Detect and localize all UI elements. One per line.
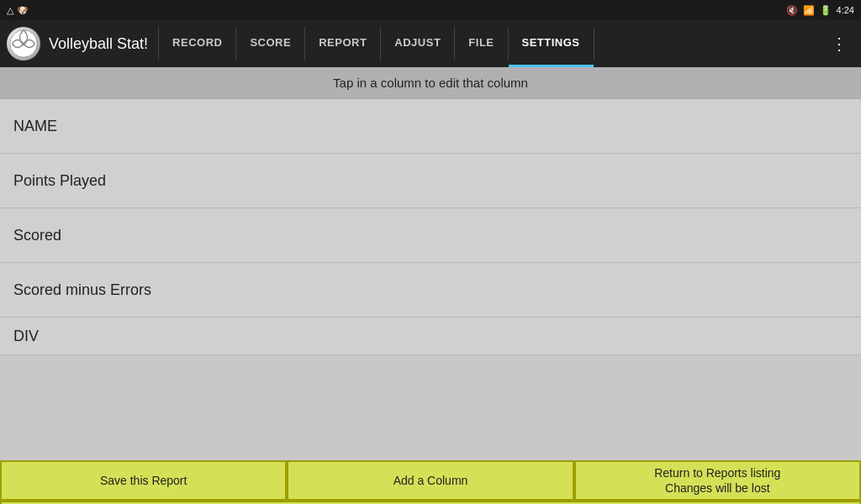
column-item-scored-minus-errors[interactable]: Scored minus Errors [0,263,861,318]
time-display: 4:24 [837,5,854,15]
column-item-div[interactable]: DIV [0,318,861,355]
mute-icon: 🔇 [786,5,798,16]
tab-adjust[interactable]: ADJUST [381,20,454,67]
return-reports-button[interactable]: Return to Reports listing Changes will b… [574,460,861,501]
app-logo [7,27,40,60]
main-content: Tap in a column to edit that column NAME… [0,67,861,460]
notification-icon: △ [7,5,13,16]
instruction-banner: Tap in a column to edit that column [0,67,861,99]
tab-file[interactable]: FILE [455,20,507,67]
status-right-icons: 🔇 📶 🔋 4:24 [786,5,854,16]
column-item-name[interactable]: NAME [0,99,861,154]
tab-report[interactable]: REPORT [305,20,380,67]
action-row-1: Save this Report Add a Column Return to … [0,460,861,501]
app-nav-bar: Volleyball Stat! RECORD SCORE REPORT ADJ… [0,20,861,67]
app-title: Volleyball Stat! [49,35,148,53]
nav-tabs: RECORD SCORE REPORT ADJUST FILE SETTINGS [158,20,817,67]
wifi-icon: 📶 [803,5,815,16]
return-base-settings-button[interactable]: Return to Base Settings Screen [0,501,861,504]
bottom-buttons-area: Save this Report Add a Column Return to … [0,460,861,504]
column-item-points-played[interactable]: Points Played [0,154,861,208]
status-left-icons: △ 🐶 [7,5,29,16]
column-list: NAME Points Played Scored Scored minus E… [0,99,861,355]
column-item-scored[interactable]: Scored [0,208,861,263]
overflow-menu-button[interactable]: ⋮ [824,27,854,60]
tab-record[interactable]: RECORD [159,20,235,67]
instruction-text: Tap in a column to edit that column [333,76,528,90]
tab-settings[interactable]: SETTINGS [509,20,594,67]
save-report-button[interactable]: Save this Report [0,460,287,501]
tab-score[interactable]: SCORE [236,20,304,67]
battery-icon: 🔋 [820,5,832,16]
status-bar: △ 🐶 🔇 📶 🔋 4:24 [0,0,861,20]
nav-divider-6 [594,27,594,60]
android-icon: 🐶 [17,5,29,16]
add-column-button[interactable]: Add a Column [287,460,573,501]
